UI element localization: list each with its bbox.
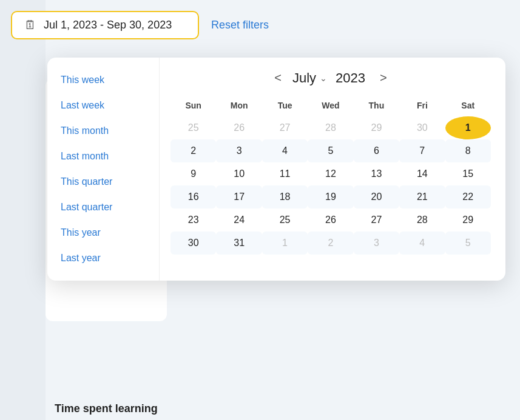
shortcut-item[interactable]: This year	[47, 221, 159, 244]
calendar-day[interactable]: 18	[262, 185, 308, 208]
calendar-day[interactable]: 28	[308, 116, 353, 139]
calendar-row: 2345678	[171, 139, 491, 162]
weekday-header: Tue	[262, 97, 308, 116]
calendar-row: 303112345	[171, 232, 491, 255]
calendar-day[interactable]: 27	[354, 208, 399, 232]
calendar-day[interactable]: 22	[445, 185, 491, 208]
calendar-day[interactable]: 21	[399, 185, 445, 208]
calendar-area: < July ⌄ 2023 > SunMonTueWedThuFriSat 25…	[160, 58, 505, 281]
sidebar	[0, 0, 46, 420]
shortcut-item[interactable]: Last month	[47, 145, 159, 168]
calendar-day[interactable]: 14	[399, 162, 445, 185]
prev-month-button[interactable]: <	[268, 68, 288, 87]
calendar-day[interactable]: 15	[445, 162, 491, 185]
month-chevron-icon: ⌄	[320, 73, 327, 83]
calendar-day[interactable]: 2	[171, 139, 216, 162]
calendar-day[interactable]: 5	[445, 232, 491, 255]
calendar-day[interactable]: 25	[171, 116, 216, 139]
calendar-day[interactable]: 5	[308, 139, 353, 162]
calendar-grid: SunMonTueWedThuFriSat 252627282930123456…	[171, 97, 491, 255]
date-range-text: Jul 1, 2023 - Sep 30, 2023	[44, 19, 172, 32]
calendar-day[interactable]: 12	[308, 162, 353, 185]
calendar-day[interactable]: 1	[262, 232, 308, 255]
calendar-icon: 🗓	[24, 18, 36, 32]
calendar-day[interactable]: 2	[308, 232, 353, 255]
calendar-day[interactable]: 13	[354, 162, 399, 185]
calendar-day[interactable]: 6	[354, 139, 399, 162]
month-selector[interactable]: July ⌄	[292, 70, 327, 86]
calendar-day[interactable]: 25	[262, 208, 308, 232]
calendar-day[interactable]: 3	[354, 232, 399, 255]
shortcut-item[interactable]: Last year	[47, 247, 159, 270]
calendar-day[interactable]: 29	[445, 208, 491, 232]
calendar-row: 2526272829301	[171, 116, 491, 139]
calendar-day[interactable]: 11	[262, 162, 308, 185]
weekday-header: Wed	[308, 97, 353, 116]
year-selector[interactable]: 2023	[332, 70, 369, 86]
calendar-row: 23242526272829	[171, 208, 491, 232]
calendar-day[interactable]: 4	[262, 139, 308, 162]
calendar-day[interactable]: 24	[216, 208, 262, 232]
calendar-day[interactable]: 29	[354, 116, 399, 139]
calendar-day[interactable]: 1	[445, 116, 491, 139]
calendar-day[interactable]: 17	[216, 185, 262, 208]
calendar-day[interactable]: 30	[399, 116, 445, 139]
weekday-header: Thu	[354, 97, 399, 116]
shortcut-item[interactable]: Last week	[47, 94, 159, 117]
calendar-day[interactable]: 20	[354, 185, 399, 208]
date-range-bar[interactable]: 🗓 Jul 1, 2023 - Sep 30, 2023	[11, 11, 199, 39]
month-label: July	[292, 70, 316, 86]
calendar-day[interactable]: 30	[171, 232, 216, 255]
shortcut-item[interactable]: This week	[47, 68, 159, 92]
calendar-row: 16171819202122	[171, 185, 491, 208]
calendar-day[interactable]: 16	[171, 185, 216, 208]
next-month-button[interactable]: >	[374, 68, 393, 87]
calendar-row: 9101112131415	[171, 162, 491, 185]
shortcut-item[interactable]: This month	[47, 119, 159, 142]
calendar-body: 2526272829301234567891011121314151617181…	[171, 116, 491, 255]
weekday-header: Mon	[216, 97, 262, 116]
calendar-day[interactable]: 10	[216, 162, 262, 185]
weekday-header: Fri	[399, 97, 445, 116]
weekday-row: SunMonTueWedThuFriSat	[171, 97, 491, 116]
calendar-day[interactable]: 31	[216, 232, 262, 255]
calendar-day[interactable]: 8	[445, 139, 491, 162]
calendar-day[interactable]: 3	[216, 139, 262, 162]
weekday-header: Sun	[171, 97, 216, 116]
calendar-day[interactable]: 26	[308, 208, 353, 232]
shortcut-item[interactable]: Last quarter	[47, 196, 159, 219]
weekday-header: Sat	[445, 97, 491, 116]
shortcut-item[interactable]: This quarter	[47, 170, 159, 193]
calendar-day[interactable]: 7	[399, 139, 445, 162]
calendar-weekdays: SunMonTueWedThuFriSat	[171, 97, 491, 116]
calendar-day[interactable]: 23	[171, 208, 216, 232]
calendar-day[interactable]: 9	[171, 162, 216, 185]
reset-filters-link[interactable]: Reset filters	[211, 19, 269, 32]
calendar-day[interactable]: 28	[399, 208, 445, 232]
date-bar-wrapper: 🗓 Jul 1, 2023 - Sep 30, 2023 Reset filte…	[11, 11, 269, 39]
shortcuts-list: This weekLast weekThis monthLast monthTh…	[47, 58, 160, 281]
calendar-day[interactable]: 4	[399, 232, 445, 255]
calendar-day[interactable]: 19	[308, 185, 353, 208]
calendar-header: < July ⌄ 2023 >	[171, 68, 491, 87]
date-picker-dropdown: This weekLast weekThis monthLast monthTh…	[47, 58, 505, 281]
calendar-day[interactable]: 27	[262, 116, 308, 139]
bottom-label: Time spent learning	[55, 402, 158, 415]
calendar-day[interactable]: 26	[216, 116, 262, 139]
